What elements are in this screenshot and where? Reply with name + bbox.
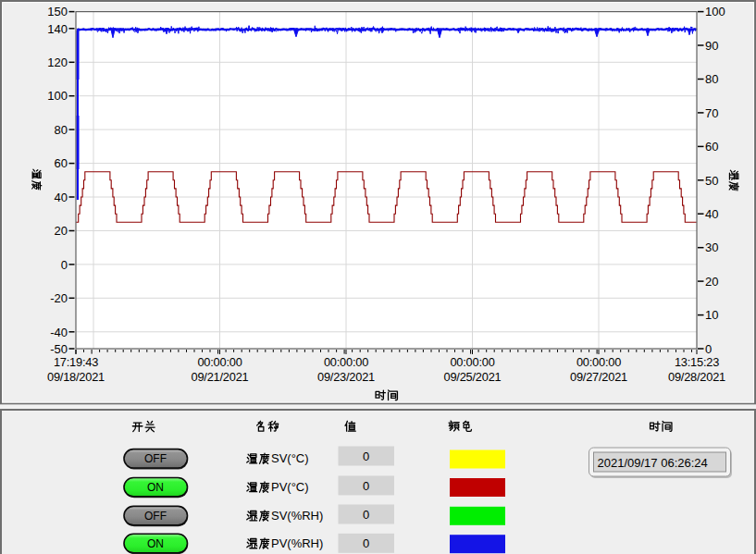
svg-text:140: 140 xyxy=(47,22,68,36)
svg-text:2021/09/17 06:26:24: 2021/09/17 06:26:24 xyxy=(598,456,708,470)
svg-text:09/25/2021: 09/25/2021 xyxy=(443,370,501,384)
svg-text:ON: ON xyxy=(147,537,164,550)
svg-text:09/21/2021: 09/21/2021 xyxy=(191,370,248,384)
svg-text:30: 30 xyxy=(705,240,718,254)
svg-text:60: 60 xyxy=(705,140,718,154)
svg-text:0: 0 xyxy=(363,508,369,522)
svg-text:150: 150 xyxy=(47,5,68,18)
svg-text:09/18/2021: 09/18/2021 xyxy=(47,370,105,384)
svg-text:00:00:00: 00:00:00 xyxy=(324,355,368,369)
svg-text:OFF: OFF xyxy=(144,510,167,523)
svg-text:00:00:00: 00:00:00 xyxy=(450,355,494,369)
svg-text:00:00:00: 00:00:00 xyxy=(197,355,242,369)
svg-text:PV(%RH): PV(%RH) xyxy=(271,536,323,550)
svg-text:0: 0 xyxy=(363,479,369,493)
svg-text:ON: ON xyxy=(147,481,164,494)
svg-text:60: 60 xyxy=(55,156,68,170)
svg-text:80: 80 xyxy=(55,123,68,137)
svg-text:00:00:00: 00:00:00 xyxy=(576,355,621,369)
svg-text:0: 0 xyxy=(705,342,712,356)
svg-text:-40: -40 xyxy=(50,326,68,339)
svg-text:20: 20 xyxy=(55,224,68,238)
svg-text:10: 10 xyxy=(705,308,718,322)
svg-text:120: 120 xyxy=(47,55,68,69)
svg-text:20: 20 xyxy=(705,275,718,289)
svg-text:PV(°C): PV(°C) xyxy=(271,480,309,494)
svg-text:17:19:43: 17:19:43 xyxy=(54,355,98,369)
svg-text:-20: -20 xyxy=(50,291,68,305)
svg-text:0: 0 xyxy=(61,258,68,272)
svg-text:40: 40 xyxy=(55,191,68,204)
svg-text:13:15:23: 13:15:23 xyxy=(675,355,719,369)
svg-text:0: 0 xyxy=(363,536,369,550)
svg-text:-50: -50 xyxy=(50,342,68,356)
svg-text:100: 100 xyxy=(47,89,68,103)
svg-text:100: 100 xyxy=(705,5,725,18)
svg-text:OFF: OFF xyxy=(144,452,167,465)
svg-text:0: 0 xyxy=(363,449,369,463)
svg-text:40: 40 xyxy=(705,207,718,221)
svg-text:09/28/2021: 09/28/2021 xyxy=(668,370,725,384)
svg-text:50: 50 xyxy=(705,174,718,188)
svg-text:SV(°C): SV(°C) xyxy=(271,451,309,465)
svg-text:SV(%RH): SV(%RH) xyxy=(271,509,323,523)
svg-text:09/27/2021: 09/27/2021 xyxy=(570,370,627,384)
svg-text:70: 70 xyxy=(705,106,718,120)
svg-text:09/23/2021: 09/23/2021 xyxy=(317,370,375,384)
svg-text:80: 80 xyxy=(705,72,718,86)
svg-text:90: 90 xyxy=(705,39,718,53)
